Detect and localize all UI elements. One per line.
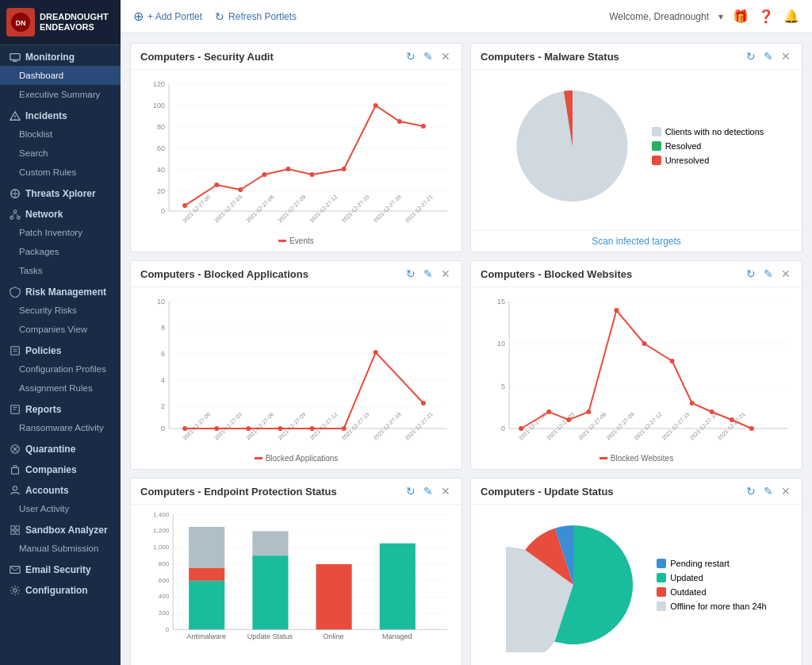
sidebar-section-threats-xplorer[interactable]: Threats Xplorer [0,182,121,202]
legend-item-pending-restart: Pending restart [657,559,766,568]
sidebar-section-risk-management[interactable]: Risk Management [0,280,121,301]
portlet-malware-status-title: Computers - Malware Status [481,51,619,63]
sidebar-section-email-security[interactable]: Email Security [0,558,121,579]
svg-point-57 [214,183,219,187]
svg-text:1,200: 1,200 [153,528,169,535]
sidebar-item-assignment-rules[interactable]: Assignment Rules [0,379,121,398]
svg-point-91 [310,426,315,431]
gift-icon[interactable]: 🎁 [733,9,749,24]
portlet-blocked-applications-edit[interactable]: ✎ [422,267,435,280]
svg-point-6 [14,118,15,119]
svg-text:120: 120 [153,80,165,88]
sidebar-section-reports[interactable]: Reports [0,398,121,418]
svg-rect-15 [11,347,20,356]
blocked-websites-chart: 15 10 5 0 2021-12-27-00 2021-12-27-03 20… [477,294,795,452]
portlet-malware-status-edit[interactable]: ✎ [762,50,775,63]
portlet-blocked-websites-close[interactable]: ✕ [779,267,792,280]
sidebar-section-configuration[interactable]: Configuration [0,579,121,599]
portlet-blocked-applications-close[interactable]: ✕ [439,267,452,280]
svg-point-114 [566,417,571,422]
legend-dot-outdated [657,587,666,597]
portlet-update-status-actions: ↻ ✎ ✕ [745,485,792,498]
svg-rect-143 [252,555,288,629]
portlet-update-status-edit[interactable]: ✎ [762,485,775,498]
sidebar-item-tasks[interactable]: Tasks [0,261,121,280]
svg-text:2021-12-27-18: 2021-12-27-18 [688,411,718,440]
security-audit-legend: Events [137,236,455,245]
sidebar-section-accounts[interactable]: Accounts [0,479,121,499]
svg-rect-31 [10,567,20,574]
update-status-chart: Pending restart Updated Outdated Of [477,511,795,659]
svg-point-58 [238,187,243,192]
portlet-malware-status-refresh[interactable]: ↻ [745,50,757,63]
portlet-endpoint-protection-close[interactable]: ✕ [439,485,452,498]
svg-text:10: 10 [157,298,165,306]
sidebar-item-custom-rules[interactable]: Custom Rules [0,163,121,182]
portlet-malware-status-footer[interactable]: Scan infected targets [471,230,802,252]
portlet-security-audit-refresh[interactable]: ↻ [404,50,417,63]
portlet-blocked-websites-refresh[interactable]: ↻ [745,267,757,280]
svg-text:20: 20 [157,187,165,195]
svg-text:2021-12-27-21: 2021-12-27-21 [404,194,435,223]
sidebar-item-ransomware-activity[interactable]: Ransomware Activity [0,418,121,437]
sidebar-section-sandbox[interactable]: Sandbox Analyzer [0,518,121,539]
portlet-blocked-websites-edit[interactable]: ✎ [762,267,775,280]
sidebar-item-dashboard[interactable]: Dashboard [0,66,121,85]
legend-dot-updated [657,573,666,582]
portlet-update-status-close[interactable]: ✕ [779,485,792,498]
svg-text:2021-12-27-03: 2021-12-27-03 [213,194,243,223]
svg-text:0: 0 [161,207,165,215]
svg-text:5: 5 [501,382,505,390]
portlet-security-audit-header: Computers - Security Audit ↻ ✎ ✕ [131,44,462,70]
dropdown-icon[interactable]: ▾ [718,11,723,22]
svg-text:15: 15 [497,298,505,306]
svg-text:4: 4 [161,376,165,384]
portlet-update-status-refresh[interactable]: ↻ [745,485,757,498]
sidebar-section-network[interactable]: Network [0,202,121,223]
svg-point-116 [614,308,619,313]
add-portlet-button[interactable]: ⊕ + Add Portlet [133,9,202,24]
portlet-endpoint-protection-edit[interactable]: ✎ [422,485,435,498]
help-icon[interactable]: ❓ [758,9,774,24]
sidebar-item-configuration-profiles[interactable]: Configuration Profiles [0,359,121,379]
bell-icon[interactable]: 🔔 [783,9,799,24]
sidebar-section-incidents[interactable]: Incidents [0,104,121,125]
refresh-portlets-button[interactable]: ↻ Refresh Portlets [215,10,297,23]
sidebar-section-quarantine[interactable]: Quarantine [0,437,121,458]
sidebar-item-executive-summary[interactable]: Executive Summary [0,85,121,104]
svg-text:6: 6 [161,350,165,358]
svg-rect-141 [189,567,224,580]
sidebar-item-packages[interactable]: Packages [0,242,121,261]
svg-rect-146 [380,544,416,630]
portlet-endpoint-protection-refresh[interactable]: ↻ [404,485,417,498]
svg-point-115 [586,409,591,414]
svg-text:0: 0 [166,626,169,633]
svg-text:1,000: 1,000 [153,544,169,551]
portlet-security-audit-edit[interactable]: ✎ [422,50,435,63]
legend-item-no-detections: Clients with no detections [652,127,764,136]
svg-point-121 [730,417,734,422]
portlet-malware-status-close[interactable]: ✕ [779,50,792,63]
sidebar-item-blocklist[interactable]: Blocklist [0,125,121,144]
sidebar-section-policies[interactable]: Policies [0,339,121,359]
svg-rect-142 [189,527,224,568]
sidebar-item-user-activity[interactable]: User Activity [0,499,121,518]
sidebar-item-patch-inventory[interactable]: Patch Inventory [0,223,121,242]
portlet-endpoint-protection-title: Computers - Endpoint Protection Status [140,486,337,498]
svg-text:2021-12-27-12: 2021-12-27-12 [308,411,339,440]
portlet-blocked-websites-header: Computers - Blocked Websites ↻ ✎ ✕ [471,261,802,287]
sidebar-item-security-risks[interactable]: Security Risks [0,301,121,320]
portlet-blocked-applications-refresh[interactable]: ↻ [404,267,417,280]
svg-point-56 [182,203,187,208]
legend-item-outdated: Outdated [657,587,766,597]
sidebar-item-companies-view[interactable]: Companies View [0,320,121,339]
legend-item-unresolved: Unresolved [652,156,764,165]
sidebar-item-search[interactable]: Search [0,144,121,163]
sidebar-section-monitoring[interactable]: Monitoring [0,45,121,66]
svg-line-13 [12,213,15,216]
sidebar-item-manual-submission[interactable]: Manual Submission [0,539,121,558]
svg-point-59 [262,172,266,177]
sidebar-section-companies[interactable]: Companies [0,458,121,479]
svg-text:0: 0 [501,425,505,432]
portlet-security-audit-close[interactable]: ✕ [439,50,452,63]
